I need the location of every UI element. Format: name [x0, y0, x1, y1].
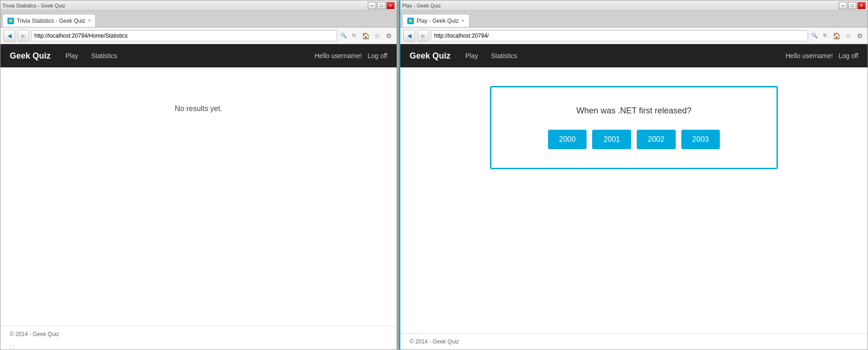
right-copyright: © 2014 - Geek Quiz	[410, 338, 459, 345]
right-nav-statistics[interactable]: Statistics	[485, 49, 522, 62]
left-tab-close[interactable]: ×	[88, 18, 91, 23]
right-title-bar: Play - Geek Quiz ─ □ ✕	[400, 0, 868, 11]
right-logoff-link[interactable]: Log off	[838, 52, 858, 59]
left-tab-label: Trivia Statistics - Geek Quiz	[17, 18, 85, 24]
left-minimize-btn[interactable]: ─	[368, 2, 376, 9]
left-toolbar-icons: 🏠 ☆ ⚙	[360, 31, 394, 41]
left-nav-statistics[interactable]: Statistics	[85, 49, 123, 62]
left-tab-bar: ⭐ Trivia Statistics - Geek Quiz ×	[0, 11, 397, 27]
left-address-input[interactable]	[31, 30, 337, 41]
left-forward-btn[interactable]: ▶	[17, 30, 29, 42]
right-nav-play[interactable]: Play	[460, 49, 483, 62]
right-back-btn[interactable]: ◀	[403, 30, 415, 42]
left-hello-text: Hello username!	[315, 52, 362, 59]
left-browser-window: Trivia Statistics - Geek Quiz ─ □ ✕ ⭐ Tr…	[0, 0, 397, 350]
left-app-navbar: Geek Quiz Play Statistics Hello username…	[0, 44, 397, 67]
right-hello-text: Hello username!	[786, 52, 833, 59]
right-address-actions: 🔍 ↻	[810, 31, 829, 40]
left-address-bar: ◀ ▶ 🔍 ↻ 🏠 ☆ ⚙	[0, 27, 397, 44]
left-footer-note: ; ;	[0, 342, 397, 350]
quiz-answer-2002[interactable]: 2002	[637, 130, 676, 149]
left-page-footer: © 2014 - Geek Quiz	[0, 326, 397, 342]
quiz-card: When was .NET first released? 2000 2001 …	[490, 86, 778, 169]
left-search-icon[interactable]: 🔍	[339, 31, 348, 40]
left-title-bar: Trivia Statistics - Geek Quiz ─ □ ✕	[0, 0, 397, 11]
left-logoff-link[interactable]: Log off	[367, 52, 387, 59]
left-home-icon[interactable]: 🏠	[360, 31, 371, 41]
left-tab-icon: ⭐	[7, 18, 14, 24]
right-page-footer: © 2014 - Geek Quiz	[400, 333, 868, 350]
right-title-text: Play - Geek Quiz	[402, 3, 441, 8]
quiz-answer-2000[interactable]: 2000	[548, 130, 587, 149]
right-tab-icon: ⭐	[407, 18, 414, 24]
right-browser-window: Play - Geek Quiz ─ □ ✕ ⭐ Play - Geek Qui…	[399, 0, 868, 350]
right-app-nav-right: Hello username! Log off	[786, 52, 859, 59]
right-minimize-btn[interactable]: ─	[839, 2, 847, 9]
right-app-navbar: Geek Quiz Play Statistics Hello username…	[400, 44, 868, 67]
left-star-icon[interactable]: ☆	[372, 31, 382, 41]
right-refresh-icon[interactable]: ↻	[820, 31, 829, 40]
left-maximize-btn[interactable]: □	[377, 2, 385, 9]
right-toolbar-icons: 🏠 ☆ ⚙	[831, 31, 865, 41]
right-address-bar: ◀ ▶ 🔍 ↻ 🏠 ☆ ⚙	[400, 27, 868, 44]
right-gear-icon[interactable]: ⚙	[855, 31, 865, 41]
left-back-btn[interactable]: ◀	[3, 30, 15, 42]
right-tab-label: Play - Geek Quiz	[417, 18, 459, 24]
left-copyright: © 2014 - Geek Quiz	[10, 331, 59, 337]
right-app-nav-links: Play Statistics	[460, 49, 522, 62]
quiz-answer-2001[interactable]: 2001	[592, 130, 631, 149]
right-maximize-btn[interactable]: □	[848, 2, 856, 9]
right-window-controls: ─ □ ✕	[839, 2, 866, 9]
left-close-btn[interactable]: ✕	[386, 2, 395, 9]
left-window-controls: ─ □ ✕	[368, 2, 395, 9]
quiz-answers: 2000 2001 2002 2003	[505, 130, 763, 149]
right-address-input[interactable]	[431, 30, 808, 41]
left-address-actions: 🔍 ↻	[339, 31, 359, 40]
right-close-btn[interactable]: ✕	[857, 2, 866, 9]
quiz-answer-2003[interactable]: 2003	[681, 130, 720, 149]
left-no-results: No results yet.	[10, 105, 387, 113]
left-active-tab[interactable]: ⭐ Trivia Statistics - Geek Quiz ×	[2, 14, 96, 27]
left-nav-play[interactable]: Play	[60, 49, 84, 62]
left-title-text: Trivia Statistics - Geek Quiz	[2, 3, 65, 8]
quiz-question: When was .NET first released?	[505, 106, 763, 116]
right-forward-btn[interactable]: ▶	[417, 30, 429, 42]
right-home-icon[interactable]: 🏠	[831, 31, 842, 41]
left-page-content: No results yet.	[0, 67, 397, 326]
left-app-nav-right: Hello username! Log off	[315, 52, 388, 59]
left-refresh-icon[interactable]: ↻	[349, 31, 359, 40]
right-star-icon[interactable]: ☆	[843, 31, 853, 41]
right-search-icon[interactable]: 🔍	[810, 31, 819, 40]
right-page-content: When was .NET first released? 2000 2001 …	[400, 67, 868, 333]
right-tab-close[interactable]: ×	[462, 18, 464, 23]
left-gear-icon[interactable]: ⚙	[384, 31, 394, 41]
left-app-brand[interactable]: Geek Quiz	[10, 51, 51, 61]
right-app-brand[interactable]: Geek Quiz	[410, 51, 450, 61]
right-tab-bar: ⭐ Play - Geek Quiz ×	[400, 11, 868, 27]
left-app-nav-links: Play Statistics	[60, 49, 123, 62]
right-active-tab[interactable]: ⭐ Play - Geek Quiz ×	[402, 14, 470, 27]
